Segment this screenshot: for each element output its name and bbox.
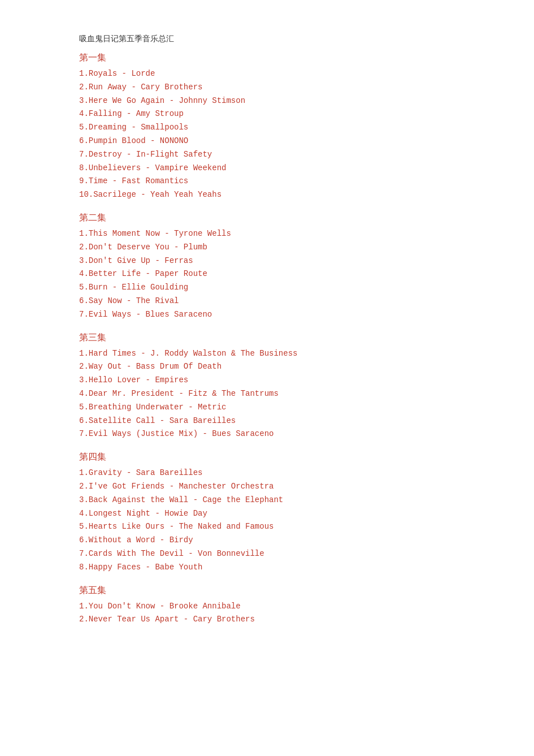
track-item: 1.This Moment Now - Tyrone Wells (79, 227, 455, 241)
track-item: 1.Royals - Lorde (79, 67, 455, 81)
track-item: 7.Cards With The Devil - Von Bonneville (79, 547, 455, 561)
track-item: 2.Don't Deserve You - Plumb (79, 241, 455, 254)
track-item: 7.Evil Ways (Justice Mix) - Bues Saracen… (79, 427, 455, 441)
section-ep1: 第一集1.Royals - Lorde2.Run Away - Cary Bro… (79, 52, 455, 202)
section-header-ep3: 第三集 (79, 332, 455, 344)
section-ep4: 第四集1.Gravity - Sara Bareilles2.I've Got … (79, 451, 455, 574)
track-item: 6.Pumpin Blood - NONONO (79, 135, 455, 148)
track-item: 5.Breathing Underwater - Metric (79, 401, 455, 414)
track-item: 2.Never Tear Us Apart - Cary Brothers (79, 613, 455, 627)
track-item: 5.Dreaming - Smallpools (79, 121, 455, 135)
track-item: 4.Better Life - Paper Route (79, 267, 455, 281)
section-ep5: 第五集1.You Don't Know - Brooke Annibale2.N… (79, 585, 455, 627)
track-item: 8.Unbelievers - Vampire Weekend (79, 162, 455, 175)
track-item: 6.Satellite Call - Sara Bareilles (79, 414, 455, 428)
sections-container: 第一集1.Royals - Lorde2.Run Away - Cary Bro… (79, 52, 455, 627)
track-item: 3.Hello Lover - Empires (79, 374, 455, 387)
section-header-ep2: 第二集 (79, 212, 455, 224)
page-title: 吸血鬼日记第五季音乐总汇 (79, 34, 455, 44)
track-item: 6.Without a Word - Birdy (79, 534, 455, 547)
track-item: 3.Back Against the Wall - Cage the Eleph… (79, 494, 455, 507)
track-item: 2.Way Out - Bass Drum Of Death (79, 360, 455, 374)
track-item: 2.I've Got Friends - Manchester Orchestr… (79, 480, 455, 494)
track-item: 1.You Don't Know - Brooke Annibale (79, 600, 455, 614)
page-container: 吸血鬼日记第五季音乐总汇 第一集1.Royals - Lorde2.Run Aw… (79, 34, 455, 627)
track-item: 1.Gravity - Sara Bareilles (79, 466, 455, 480)
track-item: 4.Dear Mr. President - Fitz & The Tantru… (79, 387, 455, 401)
section-ep2: 第二集1.This Moment Now - Tyrone Wells2.Don… (79, 212, 455, 322)
track-item: 5.Burn - Ellie Goulding (79, 281, 455, 295)
track-item: 2.Run Away - Cary Brothers (79, 81, 455, 94)
section-header-ep4: 第四集 (79, 451, 455, 463)
track-item: 6.Say Now - The Rival (79, 295, 455, 308)
section-header-ep5: 第五集 (79, 585, 455, 597)
track-item: 9.Time - Fast Romantics (79, 175, 455, 188)
track-item: 8.Happy Faces - Babe Youth (79, 561, 455, 574)
track-item: 4.Longest Night - Howie Day (79, 507, 455, 521)
section-header-ep1: 第一集 (79, 52, 455, 64)
track-item: 7.Destroy - In-Flight Safety (79, 148, 455, 162)
track-item: 10.Sacrilege - Yeah Yeah Yeahs (79, 188, 455, 202)
track-item: 5.Hearts Like Ours - The Naked and Famou… (79, 520, 455, 534)
section-ep3: 第三集1.Hard Times - J. Roddy Walston & The… (79, 332, 455, 442)
track-item: 3.Here We Go Again - Johnny Stimson (79, 94, 455, 108)
track-item: 1.Hard Times - J. Roddy Walston & The Bu… (79, 347, 455, 361)
track-item: 4.Falling - Amy Stroup (79, 107, 455, 121)
track-item: 7.Evil Ways - Blues Saraceno (79, 308, 455, 322)
track-item: 3.Don't Give Up - Ferras (79, 254, 455, 268)
